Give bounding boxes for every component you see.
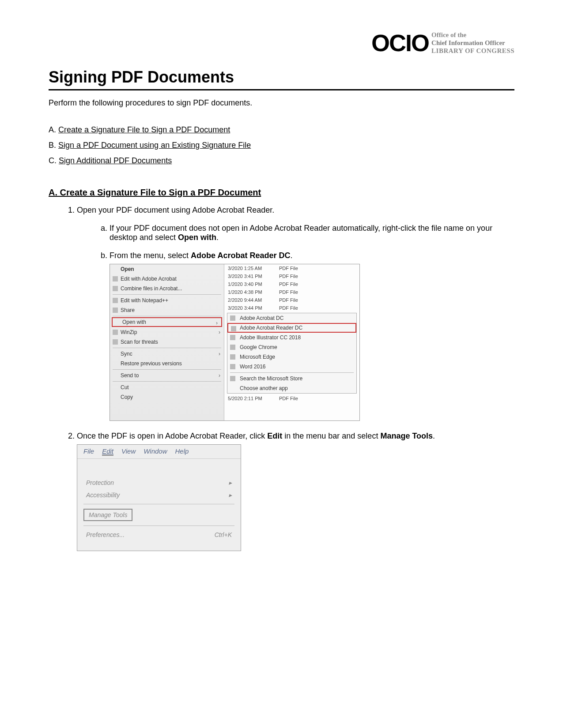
menu-edit[interactable]: Edit	[102, 447, 113, 456]
reader-icon	[231, 326, 236, 331]
ctx-winzip[interactable]: WinZip›	[110, 327, 224, 337]
chevron-right-icon: ›	[219, 372, 220, 379]
file-row: 5/2020 2:11 PMPDF File	[224, 394, 359, 402]
step-1b-bold: Adobe Acrobat Reader DC	[191, 251, 290, 260]
toc-c-prefix: C.	[49, 156, 59, 165]
screenshot-edit-menu: File Edit View Window Help Protection▸ A…	[77, 444, 241, 551]
menu-view[interactable]: View	[121, 447, 136, 456]
dd-protection[interactable]: Protection▸	[83, 477, 234, 489]
screenshot-context-menu: Open Edit with Adobe Acrobat Combine fil…	[110, 264, 360, 421]
toc-b-prefix: B.	[49, 141, 58, 150]
office-line-2: Chief Information Officer	[431, 39, 514, 47]
ctx-copy[interactable]: Copy	[110, 392, 224, 402]
submenu-choose[interactable]: Choose another app	[227, 383, 356, 393]
table-of-contents: A. Create a Signature File to Sign a PDF…	[49, 125, 514, 165]
intro-text: Perform the following procedures to sign…	[49, 98, 514, 108]
chevron-right-icon: ▸	[229, 492, 232, 499]
ctx-sendto[interactable]: Send to›	[110, 371, 224, 380]
acrobat-icon	[230, 315, 235, 321]
section-a-heading: A. Create a Signature File to Sign a PDF…	[49, 188, 514, 198]
chevron-right-icon: ›	[219, 329, 220, 335]
ctx-open-with[interactable]: Open with›	[112, 317, 222, 327]
menu-help[interactable]: Help	[175, 447, 189, 456]
file-row: 3/2020 1:25 AMPDF File	[224, 264, 359, 272]
winzip-icon	[113, 330, 118, 335]
shortcut-label: Ctrl+K	[215, 531, 232, 538]
menubar: File Edit View Window Help	[77, 445, 241, 459]
submenu-word[interactable]: Word 2016	[227, 362, 356, 372]
menu-window[interactable]: Window	[144, 447, 167, 456]
step-1a-pre: If your PDF document does not open in Ad…	[110, 224, 492, 242]
file-row: 3/2020 3:44 PMPDF File	[224, 304, 359, 312]
step-1-text: Open your PDF document using Adobe Acrob…	[77, 206, 274, 214]
notepad-icon	[113, 298, 118, 303]
step-1b-post: .	[290, 251, 292, 260]
step-1b: From the menu, select Adobe Acrobat Read…	[110, 251, 514, 421]
edge-icon	[230, 354, 235, 360]
submenu-illustrator[interactable]: Adobe Illustrator CC 2018	[227, 333, 356, 342]
ctx-open[interactable]: Open	[110, 264, 224, 274]
toc-link-b[interactable]: Sign a PDF Document using an Existing Si…	[58, 141, 251, 150]
file-row: 1/2020 3:40 PMPDF File	[224, 280, 359, 288]
illustrator-icon	[230, 335, 235, 340]
acrobat-icon	[113, 276, 118, 281]
open-with-submenu: Adobe Acrobat DC Adobe Acrobat Reader DC…	[227, 313, 357, 394]
context-menu-panel: Open Edit with Adobe Acrobat Combine fil…	[110, 264, 224, 420]
ctx-share[interactable]: Share	[110, 305, 224, 315]
step-2-bold-1: Edit	[267, 432, 282, 440]
step-1a-post: .	[216, 233, 219, 242]
dd-manage-tools[interactable]: Manage Tools	[83, 509, 132, 521]
separator	[230, 372, 354, 373]
ctx-scan[interactable]: Scan for threats	[110, 337, 224, 347]
office-line-3: LIBRARY OF CONGRESS	[431, 47, 514, 55]
ctx-sync[interactable]: Sync›	[110, 349, 224, 359]
submenu-store[interactable]: Search the Microsoft Store	[227, 374, 356, 383]
toc-link-a[interactable]: Create a Signature File to Sign a PDF Do…	[58, 125, 230, 134]
ctx-edit-acrobat[interactable]: Edit with Adobe Acrobat	[110, 274, 224, 284]
submenu-acrobat-dc[interactable]: Adobe Acrobat DC	[227, 313, 356, 323]
ctx-cut[interactable]: Cut	[110, 383, 224, 392]
chevron-right-icon: ›	[216, 320, 218, 326]
submenu-reader-dc[interactable]: Adobe Acrobat Reader DC	[227, 323, 356, 333]
separator	[83, 525, 234, 526]
combine-icon	[113, 286, 118, 291]
step-1b-pre: From the menu, select	[110, 251, 191, 260]
step-2-pre: Once the PDF is open in Adobe Acrobat Re…	[77, 432, 267, 440]
shield-icon	[113, 339, 118, 345]
substeps-1: If your PDF document does not open in Ad…	[77, 224, 514, 421]
submenu-edge[interactable]: Microsoft Edge	[227, 352, 356, 362]
chrome-icon	[230, 345, 235, 350]
toc-item-a: A. Create a Signature File to Sign a PDF…	[49, 125, 514, 135]
ctx-edit-notepad[interactable]: Edit with Notepad++	[110, 296, 224, 305]
separator	[113, 348, 221, 348]
separator	[113, 294, 221, 295]
step-2-bold-2: Manage Tools	[380, 432, 433, 440]
separator	[113, 369, 221, 370]
ctx-combine[interactable]: Combine files in Acrobat...	[110, 284, 224, 293]
submenu-chrome[interactable]: Google Chrome	[227, 342, 356, 352]
steps-list: Open your PDF document using Adobe Acrob…	[49, 206, 514, 551]
step-1a-bold: Open with	[178, 233, 216, 242]
step-1a: If your PDF document does not open in Ad…	[110, 224, 514, 242]
word-icon	[230, 364, 235, 369]
edit-dropdown: Protection▸ Accessibility▸ Manage Tools …	[77, 477, 241, 541]
chevron-right-icon: ▸	[229, 479, 232, 486]
step-1: Open your PDF document using Adobe Acrob…	[77, 206, 514, 421]
ctx-restore[interactable]: Restore previous versions	[110, 359, 224, 368]
menu-file[interactable]: File	[83, 447, 94, 456]
file-list-and-submenu: 3/2020 1:25 AMPDF File 3/2020 3:41 PMPDF…	[224, 264, 359, 420]
file-row: 1/2020 4:38 PMPDF File	[224, 288, 359, 296]
store-icon	[230, 376, 235, 381]
dd-accessibility[interactable]: Accessibility▸	[83, 489, 234, 501]
separator	[113, 381, 221, 382]
step-2-post: .	[433, 432, 435, 440]
separator	[113, 316, 221, 316]
ocio-logo-text: OCIO	[371, 31, 429, 55]
toc-item-b: B. Sign a PDF Document using an Existing…	[49, 141, 514, 150]
toc-link-c[interactable]: Sign Additional PDF Documents	[59, 156, 172, 165]
share-icon	[113, 308, 118, 313]
toc-a-prefix: A.	[49, 125, 58, 134]
file-row: 2/2020 9:44 AMPDF File	[224, 296, 359, 304]
office-text: Office of the Chief Information Officer …	[431, 31, 514, 55]
dd-preferences[interactable]: Preferences...Ctrl+K	[83, 529, 234, 541]
